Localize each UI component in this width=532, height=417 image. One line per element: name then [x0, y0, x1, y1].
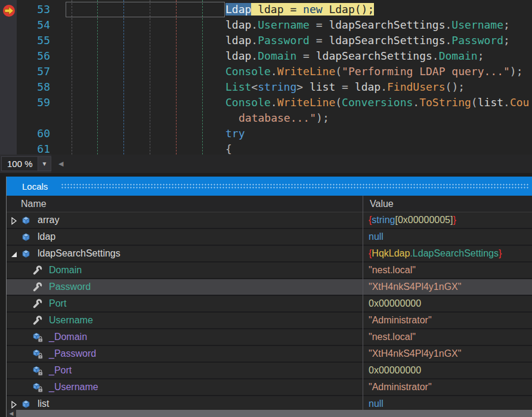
- code-line[interactable]: 61{: [0, 141, 532, 155]
- code-text: database...");: [60, 110, 329, 126]
- locals-grid-header: Name Value: [7, 196, 532, 212]
- line-number: 60: [0, 126, 60, 141]
- locals-name-cell: _Password: [7, 348, 363, 359]
- variable-value[interactable]: "nest.local": [363, 265, 532, 276]
- column-header-name[interactable]: Name: [7, 199, 363, 209]
- property-icon: [32, 316, 44, 326]
- expand-icon[interactable]: [10, 217, 18, 224]
- variable-name: _Domain: [49, 332, 87, 342]
- expander-spacer: [10, 350, 18, 358]
- zoom-level-select[interactable]: 100 %: [1, 156, 38, 171]
- code-line[interactable]: 55ldap.Password = ldapSearchSettings.Pas…: [0, 33, 532, 48]
- locals-row[interactable]: ldapnull: [7, 229, 532, 246]
- zoom-level-value: 100 %: [7, 159, 33, 169]
- code-line[interactable]: 53Ldap ldap = new Ldap();: [0, 2, 532, 17]
- scroll-left-icon[interactable]: ◀: [58, 160, 63, 168]
- chevron-down-icon[interactable]: ▼: [38, 156, 51, 171]
- locals-row[interactable]: Password"XtH4nkS4Pl4y1nGX": [7, 279, 532, 296]
- expander-spacer: [10, 384, 18, 391]
- editor-status-bar: 100 % ▼ ◀: [0, 155, 532, 173]
- locals-name-cell: Password: [7, 282, 363, 292]
- code-text: ldap.Domain = ldapSearchSettings.Domain;: [60, 48, 484, 64]
- line-number: 57: [0, 64, 60, 79]
- variable-value[interactable]: "XtH4nkS4Pl4y1nGX": [363, 348, 532, 359]
- variable-name: _Port: [49, 365, 72, 376]
- locals-row[interactable]: Domain"nest.local": [7, 262, 532, 279]
- code-text: Console.WriteLine("Performing LDAP query…: [60, 64, 523, 79]
- locals-name-cell: Domain: [7, 265, 363, 276]
- locals-name-cell: _Domain: [7, 332, 363, 342]
- field-icon: [21, 399, 32, 409]
- code-text: ldap.Username = ldapSearchSettings.Usern…: [60, 17, 510, 33]
- code-line[interactable]: 54ldap.Username = ldapSearchSettings.Use…: [0, 17, 532, 33]
- property-icon: [32, 282, 44, 292]
- expander-spacer: [10, 367, 18, 375]
- locals-row[interactable]: Port0x00000000: [7, 296, 532, 313]
- private-field-icon: [32, 382, 44, 393]
- column-resizer[interactable]: [363, 196, 363, 410]
- line-number: 56: [0, 48, 60, 64]
- locals-row[interactable]: ldapSearchSettings{HqkLdap.LdapSearchSet…: [7, 246, 532, 262]
- expander-spacer: [10, 333, 18, 341]
- variable-value[interactable]: null: [363, 231, 532, 242]
- field-icon: [21, 249, 32, 259]
- variable-value[interactable]: {string[0x00000005]}: [363, 215, 532, 226]
- code-text: ldap.Password = ldapSearchSettings.Passw…: [60, 33, 510, 48]
- code-text: Console.WriteLine(Conversions.ToString(l…: [60, 95, 529, 110]
- line-number: 61: [0, 141, 60, 155]
- code-text: List<string> list = ldap.FindUsers();: [60, 79, 465, 95]
- expander-spacer: [10, 317, 18, 325]
- variable-value[interactable]: "Administrator": [363, 315, 532, 326]
- variable-value[interactable]: "nest.local": [363, 332, 532, 342]
- expander-spacer: [10, 267, 18, 274]
- code-line[interactable]: 59Console.WriteLine(Conversions.ToString…: [0, 95, 532, 110]
- locals-row[interactable]: _Username"Administrator": [7, 379, 532, 396]
- variable-value[interactable]: 0x00000000: [363, 298, 532, 309]
- locals-row[interactable]: _Password"XtH4nkS4Pl4y1nGX": [7, 346, 532, 363]
- expand-icon[interactable]: [10, 400, 18, 408]
- variable-value[interactable]: "Administrator": [363, 382, 532, 393]
- locals-title-bar[interactable]: Locals: [7, 177, 532, 196]
- line-number: 58: [0, 79, 60, 95]
- line-number: [0, 110, 60, 126]
- variable-value[interactable]: null: [363, 399, 532, 409]
- code-line[interactable]: 58List<string> list = ldap.FindUsers();: [0, 79, 532, 95]
- locals-name-cell: list: [7, 399, 363, 409]
- variable-name: _Username: [49, 382, 98, 393]
- locals-panel: Locals Name Value array{string[0x0000000…: [6, 177, 532, 417]
- code-line[interactable]: 56ldap.Domain = ldapSearchSettings.Domai…: [0, 48, 532, 64]
- variable-value[interactable]: {HqkLdap.LdapSearchSettings}: [363, 248, 532, 259]
- scrollbar-thumb[interactable]: [16, 410, 532, 417]
- variable-value[interactable]: "XtH4nkS4Pl4y1nGX": [363, 282, 532, 292]
- locals-row[interactable]: _Port0x00000000: [7, 363, 532, 379]
- code-text: try: [60, 126, 245, 141]
- locals-hscrollbar[interactable]: ◀: [7, 410, 532, 417]
- code-line[interactable]: 60try: [0, 126, 532, 141]
- locals-rows: array{string[0x00000005]}ldapnullldapSea…: [7, 212, 532, 410]
- code-editor[interactable]: 53Ldap ldap = new Ldap();54ldap.Username…: [0, 0, 532, 155]
- column-header-value[interactable]: Value: [363, 199, 394, 209]
- expander-spacer: [10, 283, 18, 291]
- property-icon: [32, 299, 44, 309]
- variable-name: list: [38, 399, 50, 409]
- variable-value[interactable]: 0x00000000: [363, 365, 532, 376]
- locals-row[interactable]: array{string[0x00000005]}: [7, 212, 532, 229]
- line-number: 54: [0, 17, 60, 33]
- locals-row[interactable]: _Domain"nest.local": [7, 329, 532, 346]
- private-field-icon: [32, 349, 44, 359]
- vs-debugger-window: 53Ldap ldap = new Ldap();54ldap.Username…: [0, 0, 532, 417]
- collapse-icon[interactable]: [10, 250, 18, 258]
- field-icon: [21, 232, 32, 242]
- locals-row[interactable]: listnull: [7, 396, 532, 410]
- scroll-left-icon[interactable]: ◀: [7, 410, 16, 416]
- locals-name-cell: Username: [7, 315, 363, 326]
- code-line[interactable]: database...");: [0, 110, 532, 126]
- locals-name-cell: _Username: [7, 382, 363, 393]
- field-icon: [21, 215, 32, 226]
- locals-row[interactable]: Username"Administrator": [7, 313, 532, 329]
- editor-hscrollbar[interactable]: ◀: [51, 155, 532, 173]
- expander-spacer: [10, 233, 18, 241]
- breakpoint-current-line-icon[interactable]: [2, 4, 16, 18]
- code-text: {: [60, 141, 232, 155]
- code-line[interactable]: 57Console.WriteLine("Performing LDAP que…: [0, 64, 532, 79]
